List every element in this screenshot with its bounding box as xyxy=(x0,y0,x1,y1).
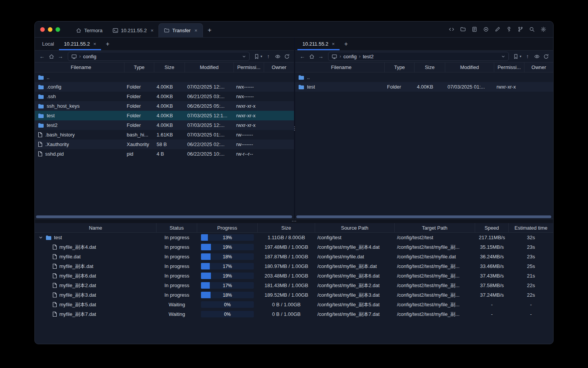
file-row[interactable]: test2Folder4.00KB07/03/2025 12:...rwxr-x… xyxy=(35,120,294,130)
transfer-row[interactable]: myfile_副本2.datIn progress17%181.43MB / 1… xyxy=(35,281,553,290)
column-header-permissions[interactable]: Permissi... xyxy=(234,62,264,72)
column-header-type[interactable]: Type xyxy=(385,62,415,72)
breadcrumb-segment[interactable]: config xyxy=(343,54,357,59)
show-hidden-files-button[interactable] xyxy=(532,52,541,61)
file-row[interactable]: sshd.pidpid4 B06/22/2025 10:...rw-r--r-- xyxy=(35,149,294,159)
progress-label: 0% xyxy=(201,311,254,317)
column-header-owner[interactable]: Owner xyxy=(264,62,294,72)
column-header-source-path[interactable]: Source Path xyxy=(315,223,395,232)
transfer-row[interactable]: myfile_副本6.datIn progress19%203.48MB / 1… xyxy=(35,271,553,281)
search-icon[interactable] xyxy=(527,24,537,34)
app-tab-termora[interactable]: Termora xyxy=(71,23,108,37)
column-header-estimated-time[interactable]: Estimated time xyxy=(509,223,553,232)
file-name-cell: sshd.pid xyxy=(35,149,124,159)
transfer-row[interactable]: myfile_副本4.datIn progress19%197.48MB / 1… xyxy=(35,242,553,252)
breadcrumb-segment[interactable]: config xyxy=(83,54,96,59)
pencil-icon[interactable] xyxy=(492,24,503,34)
key-icon[interactable] xyxy=(504,24,514,34)
record-icon[interactable] xyxy=(481,24,491,34)
journal-icon[interactable] xyxy=(469,24,480,34)
back-button[interactable]: ← xyxy=(298,52,307,61)
branch-icon[interactable] xyxy=(515,24,526,34)
file-row[interactable]: testFolder4.00KB07/03/2025 12:1...rwxr-x… xyxy=(35,111,294,120)
gear-icon[interactable] xyxy=(538,24,549,34)
close-window-button[interactable] xyxy=(40,27,45,32)
close-icon[interactable]: × xyxy=(93,41,96,47)
column-header-filename[interactable]: Filename xyxy=(35,62,124,72)
minimize-window-button[interactable] xyxy=(48,27,52,32)
column-header-name[interactable]: Name xyxy=(35,223,157,232)
file-name: test xyxy=(47,113,55,118)
file-row[interactable]: .. xyxy=(295,72,553,82)
column-header-owner[interactable]: Owner xyxy=(524,62,553,72)
tab-right-remote[interactable]: 10.211.55.2 × xyxy=(297,38,340,50)
chevron-down-icon[interactable] xyxy=(242,54,246,59)
column-header-speed[interactable]: Speed xyxy=(475,223,509,232)
refresh-button[interactable] xyxy=(542,52,550,61)
file-size-cell xyxy=(415,72,445,82)
column-header-filename[interactable]: Filename xyxy=(295,62,385,72)
new-tab-button[interactable]: + xyxy=(203,23,217,37)
add-panel-tab-button[interactable]: + xyxy=(101,38,114,50)
chevron-down-icon[interactable] xyxy=(38,235,43,240)
column-header-size[interactable]: Size xyxy=(154,62,185,72)
column-header-status[interactable]: Status xyxy=(157,223,197,232)
file-permissions-cell xyxy=(234,72,264,82)
file-row[interactable]: .sshFolder4.00KB06/21/2025 03:...rwx----… xyxy=(35,92,294,101)
file-row[interactable]: .XauthorityXauthority58 B06/22/2025 02:.… xyxy=(35,140,294,149)
column-header-modified[interactable]: Modified xyxy=(445,62,494,72)
close-icon[interactable]: × xyxy=(194,28,198,33)
right-horizontal-scrollbar[interactable] xyxy=(296,215,551,218)
app-tab-ssh-session[interactable]: 10.211.55.2 × xyxy=(108,23,158,37)
transfer-source-path: /config/test xyxy=(315,233,395,242)
close-icon[interactable]: × xyxy=(332,41,335,47)
tab-local[interactable]: Local xyxy=(37,38,59,50)
upload-button[interactable]: ↑ xyxy=(264,52,273,61)
transfer-name-cell: myfile_副本4.dat xyxy=(35,242,157,252)
progress-bar: 17% xyxy=(201,282,254,289)
left-path-field[interactable]: ›config xyxy=(68,52,250,61)
folder-icon[interactable] xyxy=(458,24,468,34)
horizontal-splitter[interactable]: ⋯ xyxy=(35,219,553,223)
chevron-down-icon[interactable] xyxy=(501,54,505,59)
home-button[interactable] xyxy=(307,52,316,61)
file-row[interactable]: .bash_historybash_hi...1.61KB07/03/2025 … xyxy=(35,130,294,140)
code-icon[interactable] xyxy=(446,24,457,34)
file-row[interactable]: ssh_host_keysFolder4.00KB06/26/2025 05:.… xyxy=(35,101,294,111)
transfer-row[interactable]: myfile_副本5.datWaiting0%0 B / 1.00GB/conf… xyxy=(35,300,553,309)
column-header-target-path[interactable]: Target Path xyxy=(395,223,475,232)
left-horizontal-scrollbar[interactable] xyxy=(36,215,292,218)
column-header-progress[interactable]: Progress xyxy=(197,223,258,232)
refresh-button[interactable] xyxy=(283,52,291,61)
column-header-size[interactable]: Size xyxy=(258,223,315,232)
bookmark-button[interactable]: ▾ xyxy=(512,52,523,61)
column-header-permissions[interactable]: Permissi... xyxy=(494,62,524,72)
transfer-row[interactable]: testIn progress13%1.11GB / 8.00GB/config… xyxy=(35,233,553,242)
transfer-row[interactable]: myfile_副本.datIn progress17%180.97MB / 1.… xyxy=(35,261,553,271)
back-button[interactable]: ← xyxy=(38,52,46,61)
column-header-type[interactable]: Type xyxy=(124,62,154,72)
show-hidden-files-button[interactable] xyxy=(273,52,282,61)
app-tab-transfer[interactable]: Transfer × xyxy=(158,23,203,37)
bookmark-button[interactable]: ▾ xyxy=(253,52,263,61)
forward-button[interactable]: → xyxy=(317,52,325,61)
column-header-size[interactable]: Size xyxy=(415,62,445,72)
home-button[interactable] xyxy=(47,52,56,61)
close-icon[interactable]: × xyxy=(150,28,154,33)
file-row[interactable]: testFolder4.00KB07/03/2025 01:...rwxr-xr… xyxy=(295,82,553,92)
transfer-row[interactable]: myfile_副本3.datIn progress18%189.52MB / 1… xyxy=(35,290,553,300)
add-panel-tab-button[interactable]: + xyxy=(340,38,352,50)
transfer-row[interactable]: myfile_副本7.datWaiting0%0 B / 1.00GB/conf… xyxy=(35,309,553,319)
upload-button[interactable]: ↑ xyxy=(523,52,532,61)
zoom-window-button[interactable] xyxy=(56,27,60,32)
right-path-field[interactable]: ›config›test2 xyxy=(328,52,509,61)
forward-button[interactable]: → xyxy=(56,52,65,61)
tab-left-remote[interactable]: 10.211.55.2 × xyxy=(59,38,101,50)
right-table-header: Filename Type Size Modified Permissi... … xyxy=(295,62,553,72)
breadcrumb-segment[interactable]: test2 xyxy=(363,54,374,59)
file-row[interactable]: .configFolder4.00KB07/02/2025 12:...rwx-… xyxy=(35,82,294,92)
column-header-modified[interactable]: Modified xyxy=(185,62,234,72)
file-name-cell: test xyxy=(295,82,385,92)
file-row[interactable]: .. xyxy=(35,72,294,82)
transfer-row[interactable]: myfile.datIn progress18%187.87MB / 1.00G… xyxy=(35,252,553,261)
